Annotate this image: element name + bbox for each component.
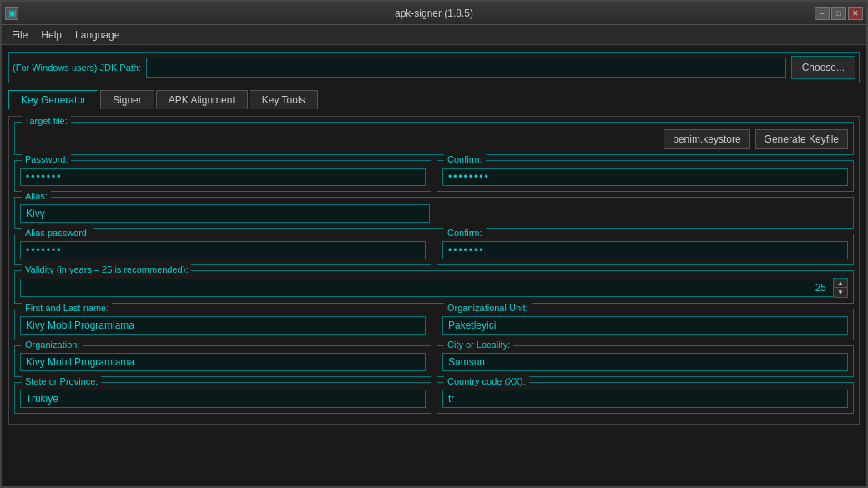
minimize-button[interactable]: – (815, 7, 830, 20)
alias-group: Alias: (14, 197, 854, 229)
city-group: City or Locality: (437, 345, 854, 377)
alias-password-input[interactable] (20, 241, 426, 259)
firstname-input[interactable] (20, 316, 426, 335)
state-input[interactable] (20, 390, 426, 408)
window-controls: – □ ✕ (815, 7, 863, 20)
name-org-row: First and Last name: Organizational Unit… (14, 309, 854, 345)
alias-confirm-group: Confirm: (437, 234, 854, 265)
target-file-group: Target file: benim.keystore Generate Key… (14, 122, 854, 155)
firstname-label: First and Last name: (22, 303, 112, 313)
org-unit-label: Organizational Unit: (444, 303, 532, 313)
choose-button[interactable]: Choose... (791, 56, 855, 79)
alias-confirm-label: Confirm: (444, 228, 486, 238)
menu-file[interactable]: File (5, 28, 34, 43)
keystore-button[interactable]: benim.keystore (664, 129, 749, 149)
tab-key-generator[interactable]: Key Generator (8, 90, 98, 109)
target-file-row: benim.keystore Generate Keyfile (20, 126, 848, 149)
state-country-row: State or Province: Country code (XX): (14, 382, 854, 419)
validity-input[interactable] (20, 279, 833, 297)
confirm-password-input[interactable] (442, 168, 848, 186)
title-bar-left: ▣ (5, 7, 18, 20)
password-label: Password: (22, 154, 71, 164)
maximize-button[interactable]: □ (831, 7, 846, 20)
menu-help[interactable]: Help (34, 28, 68, 43)
tab-apk-alignment[interactable]: APK Alignment (156, 90, 248, 109)
tab-signer[interactable]: Signer (100, 90, 154, 109)
validity-decrement[interactable]: ▼ (834, 288, 847, 297)
target-file-label: Target file: (22, 116, 71, 126)
password-row: Password: Confirm: (14, 160, 854, 197)
validity-spinner: ▲ ▼ (833, 278, 848, 298)
password-input[interactable] (20, 168, 426, 186)
organization-group: Organization: (14, 345, 431, 377)
password-group: Password: (14, 160, 431, 192)
tab-bar: Key Generator Signer APK Alignment Key T… (8, 90, 860, 109)
org-unit-group: Organizational Unit: (437, 309, 854, 340)
validity-group: Validity (in years – 25 is recommended):… (14, 270, 854, 304)
country-label: Country code (XX): (444, 376, 529, 386)
state-group: State or Province: (14, 382, 431, 414)
city-input[interactable] (442, 353, 848, 371)
alias-input[interactable] (20, 204, 430, 223)
title-bar: ▣ apk-signer (1.8.5) – □ ✕ (2, 2, 866, 25)
alias-label: Alias: (22, 191, 51, 201)
window-title: apk-signer (1.8.5) (395, 8, 473, 19)
confirm-password-label: Confirm: (444, 154, 486, 164)
jdk-path-row: (For Windows users) JDK Path: Choose... (8, 52, 860, 83)
firstname-group: First and Last name: (14, 309, 431, 340)
menu-language[interactable]: Language (68, 28, 126, 43)
org-city-row: Organization: City or Locality: (14, 345, 854, 382)
validity-label: Validity (in years – 25 is recommended): (22, 264, 191, 274)
city-label: City or Locality: (444, 340, 513, 350)
org-unit-input[interactable] (442, 316, 848, 335)
alias-password-label: Alias password: (22, 228, 93, 238)
validity-increment[interactable]: ▲ (834, 279, 847, 288)
main-content: (For Windows users) JDK Path: Choose... … (2, 45, 866, 431)
jdk-path-input[interactable] (146, 58, 786, 78)
app-icon: ▣ (5, 7, 18, 20)
country-input[interactable] (442, 390, 848, 408)
close-button[interactable]: ✕ (848, 7, 863, 20)
organization-input[interactable] (20, 353, 426, 371)
generate-keyfile-button[interactable]: Generate Keyfile (755, 129, 848, 149)
alias-password-group: Alias password: (14, 234, 431, 265)
menu-bar: File Help Language (2, 25, 866, 45)
alias-confirm-input[interactable] (442, 241, 848, 259)
country-group: Country code (XX): (437, 382, 854, 414)
state-label: State or Province: (22, 376, 101, 386)
tab-content-keygen: Target file: benim.keystore Generate Key… (8, 116, 860, 425)
organization-label: Organization: (22, 340, 83, 350)
confirm-password-group: Confirm: (437, 160, 854, 192)
validity-row: ▲ ▼ (20, 278, 848, 298)
jdk-label: (For Windows users) JDK Path: (13, 63, 141, 73)
tab-key-tools[interactable]: Key Tools (250, 90, 318, 109)
